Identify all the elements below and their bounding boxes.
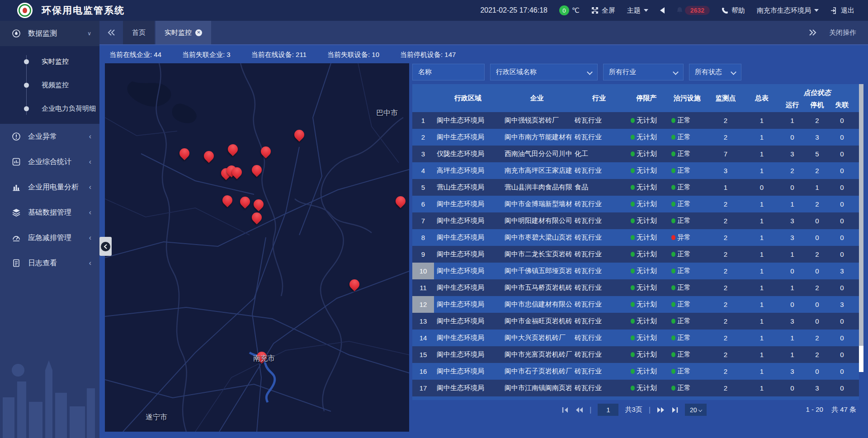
tab-实时监控[interactable]: 实时监控✕	[156, 21, 211, 44]
stat-当前停机设备: 当前停机设备: 147	[400, 51, 456, 59]
org-dropdown[interactable]: 南充市生态环境局	[757, 6, 819, 15]
row-meters-cell: 1	[744, 150, 780, 158]
table-row[interactable]: 7阆中生态环境局阆中明阳建材有限公司砖瓦行业无计划正常21300	[412, 212, 859, 229]
notification-area[interactable]: 2632	[676, 6, 710, 15]
row-company-cell: 阆中市南方节能建材有	[502, 133, 572, 141]
row-facility-cell: 正常	[667, 384, 708, 392]
map-marker-pin[interactable]	[227, 143, 238, 158]
map-marker-pin[interactable]	[251, 212, 262, 226]
page-number-input[interactable]: 1	[598, 404, 618, 416]
status-dot-green	[671, 218, 675, 223]
row-region-cell: 高坪生态环境局	[434, 166, 502, 175]
table-row[interactable]: 6阆中生态环境局阆中市金博瑞新型墙材砖瓦行业无计划正常21120	[412, 196, 859, 212]
status-dot-green	[631, 135, 635, 140]
fullscreen-icon	[591, 7, 599, 14]
table-row[interactable]: 17阆中生态环境局阆中市江南镇阆南页岩砖瓦行业无计划正常21030	[412, 380, 859, 396]
row-facility-cell: 正常	[667, 133, 708, 141]
sidebar-group-企业异常[interactable]: 企业异常‹	[0, 124, 99, 149]
tabs-scroll-right-button[interactable]	[809, 29, 816, 36]
status-dot-green	[671, 268, 675, 273]
map-marker-pin[interactable]	[260, 146, 271, 160]
logout-button[interactable]: 退出	[830, 6, 854, 15]
map-marker-pin[interactable]	[222, 194, 233, 209]
fullscreen-button[interactable]: 全屏	[591, 6, 615, 15]
status-dot-green	[671, 185, 675, 190]
row-lost-cell: 0	[830, 184, 854, 191]
region-select[interactable]: 行政区域名称	[490, 64, 598, 80]
tab-close-icon[interactable]: ✕	[195, 29, 202, 36]
map-marker-pin[interactable]	[240, 196, 250, 210]
row-limit-cell: 无计划	[626, 133, 667, 141]
row-number-cell: 15	[412, 346, 434, 363]
row-points-cell: 2	[708, 217, 744, 225]
theme-dropdown[interactable]: 主题	[627, 6, 648, 15]
table-row[interactable]: 12阆中生态环境局阆中市忠信建材有限公砖瓦行业无计划正常21003	[412, 296, 859, 313]
row-company-cell: 阆中强锐页岩砖厂	[502, 116, 572, 125]
map-marker-pin[interactable]	[179, 147, 190, 162]
table-row[interactable]: 5营山生态环境局营山县润丰肉食品有限食品无计划正常10010	[412, 179, 859, 196]
map-marker-pin[interactable]	[251, 164, 262, 179]
page-size-select[interactable]: 20	[685, 404, 707, 416]
mute-speaker-icon[interactable]	[660, 7, 665, 14]
map-marker-pin[interactable]	[231, 166, 242, 181]
chevron-down-icon	[587, 69, 593, 75]
table-row[interactable]: 1阆中生态环境局阆中强锐页岩砖厂砖瓦行业无计划正常21120	[412, 112, 859, 129]
first-page-button[interactable]	[561, 407, 569, 413]
table-row[interactable]: 14阆中生态环境局阆中大兴页岩机砖厂砖瓦行业无计划正常21120	[412, 330, 859, 346]
sidebar-group-日志查看[interactable]: 日志查看‹	[0, 250, 99, 276]
row-region-cell: 阆中生态环境局	[434, 267, 502, 275]
table-row[interactable]: 18南部生态环境局南部县砖华水泥有限公建材行业无计划正常21030	[412, 396, 859, 400]
table-row[interactable]: 13阆中生态环境局阆中市金福旺页岩机砖砖瓦行业无计划正常21300	[412, 313, 859, 330]
sidebar-collapse-button[interactable]	[99, 237, 112, 256]
tabs-scroll-left-button[interactable]	[99, 21, 123, 44]
total-pages-label: 共3页	[625, 405, 642, 414]
map-marker-pin[interactable]	[253, 198, 264, 213]
row-run-cell: 3	[780, 150, 805, 158]
table-row[interactable]: 15阆中生态环境局阆中市光富页岩机砖厂砖瓦行业无计划正常21120	[412, 346, 859, 363]
name-search-input[interactable]: 名称	[412, 64, 485, 80]
prev-page-button[interactable]	[575, 407, 583, 413]
map-marker-pin[interactable]	[294, 129, 305, 143]
table-row[interactable]: 8阆中生态环境局阆中市枣碧大梁山页岩砖瓦行业无计划异常21300	[412, 229, 859, 246]
row-facility-cell: 正常	[667, 334, 708, 342]
industry-select[interactable]: 所有行业	[603, 64, 684, 80]
app-logo	[17, 3, 33, 18]
map-marker-pin[interactable]	[203, 150, 214, 165]
sidebar-group-应急减排管理[interactable]: 应急减排管理‹	[0, 225, 99, 250]
table-row[interactable]: 4高坪生态环境局南充市高坪区王家店建砖瓦行业无计划正常31220	[412, 162, 859, 179]
table-header: 行政区域企业行业停限产治污设施监测点总表点位状态运行停机失联	[412, 84, 859, 112]
status-label: 正常	[677, 267, 691, 275]
row-lost-cell: 0	[830, 133, 854, 141]
close-operations-button[interactable]: 关闭操作	[829, 28, 856, 37]
sidebar-group-企业综合统计[interactable]: 企业综合统计‹	[0, 149, 99, 174]
tab-首页[interactable]: 首页	[123, 21, 155, 44]
map-marker-pin[interactable]	[349, 278, 360, 293]
table-row[interactable]: 3仪陇生态环境局西南油气田分公司川中化工无计划正常71350	[412, 146, 859, 162]
last-page-button[interactable]	[671, 407, 679, 413]
row-stop-cell: 2	[805, 334, 830, 342]
status-label: 正常	[677, 334, 691, 342]
map-panel[interactable]: 巴中市南充市遂宁市	[105, 63, 409, 432]
table-row[interactable]: 10阆中生态环境局阆中千佛镇五郎垭页岩砖瓦行业无计划正常21003	[412, 263, 859, 279]
table-row[interactable]: 16阆中生态环境局阆中市石子页岩机砖厂砖瓦行业无计划正常21300	[412, 363, 859, 380]
map-marker-pin[interactable]	[395, 195, 406, 210]
next-page-button[interactable]	[657, 407, 665, 413]
sidebar-group-基础数据管理[interactable]: 基础数据管理‹	[0, 200, 99, 225]
help-button[interactable]: 帮助	[722, 6, 745, 15]
status-select[interactable]: 所有状态	[689, 64, 741, 80]
table-row[interactable]: 2阆中生态环境局阆中市南方节能建材有砖瓦行业无计划正常21030	[412, 129, 859, 146]
row-points-cell: 2	[708, 234, 744, 241]
monitor-icon	[12, 29, 21, 38]
sidebar-group-数据监测[interactable]: 数据监测∨	[0, 21, 99, 46]
row-run-cell: 1	[780, 200, 805, 208]
stat-当前失联设备: 当前失联设备: 10	[327, 51, 379, 59]
row-run-cell: 1	[780, 117, 805, 124]
table-row[interactable]: 11阆中生态环境局阆中市五马桥页岩机砖砖瓦行业无计划正常21120	[412, 279, 859, 296]
sidebar-item-实时监控[interactable]: 实时监控	[0, 50, 99, 73]
sidebar-item-label: 实时监控	[42, 57, 69, 66]
sidebar-group-企业用电量分析[interactable]: 企业用电量分析‹	[0, 174, 99, 200]
sidebar-item-视频监控[interactable]: 视频监控	[0, 73, 99, 97]
table-row[interactable]: 9阆中生态环境局阆中市二龙长宝页岩砖砖瓦行业无计划正常21120	[412, 246, 859, 263]
sidebar-item-企业电力负荷明细[interactable]: 企业电力负荷明细	[0, 97, 99, 120]
table-scrollbar[interactable]	[859, 84, 863, 372]
